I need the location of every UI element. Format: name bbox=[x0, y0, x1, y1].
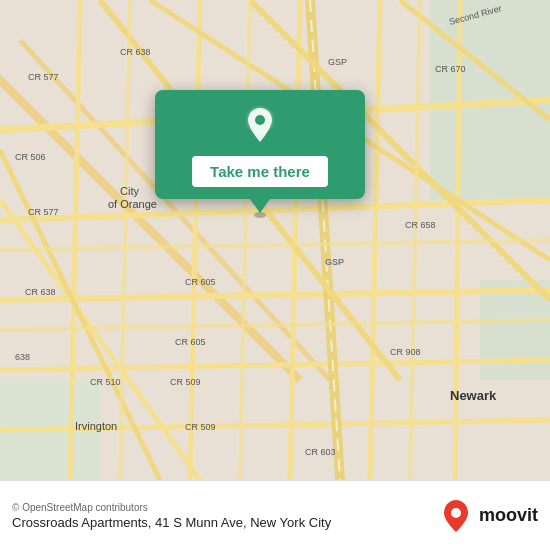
svg-text:CR 670: CR 670 bbox=[435, 64, 466, 74]
bottom-bar: © OpenStreetMap contributors Crossroads … bbox=[0, 480, 550, 550]
moovit-logo: moovit bbox=[438, 498, 538, 534]
copyright-text: © OpenStreetMap contributors bbox=[12, 502, 331, 513]
svg-text:CR 509: CR 509 bbox=[170, 377, 201, 387]
svg-text:CR 510: CR 510 bbox=[90, 377, 121, 387]
svg-text:CR 908: CR 908 bbox=[390, 347, 421, 357]
svg-point-54 bbox=[451, 508, 461, 518]
svg-text:CR 638: CR 638 bbox=[120, 47, 151, 57]
svg-text:GSP: GSP bbox=[328, 57, 347, 67]
moovit-brand-label: moovit bbox=[479, 505, 538, 526]
svg-text:638: 638 bbox=[15, 352, 30, 362]
bottom-left-info: © OpenStreetMap contributors Crossroads … bbox=[12, 502, 331, 530]
svg-text:CR 658: CR 658 bbox=[405, 220, 436, 230]
moovit-brand-icon bbox=[438, 498, 474, 534]
svg-text:of Orange: of Orange bbox=[108, 198, 157, 210]
svg-text:City: City bbox=[120, 185, 139, 197]
location-pin-icon bbox=[238, 104, 282, 148]
svg-text:CR 509: CR 509 bbox=[185, 422, 216, 432]
take-me-there-button[interactable]: Take me there bbox=[192, 156, 328, 187]
svg-text:Irvington: Irvington bbox=[75, 420, 117, 432]
svg-point-53 bbox=[255, 115, 265, 125]
svg-text:CR 605: CR 605 bbox=[175, 337, 206, 347]
svg-text:CR 605: CR 605 bbox=[185, 277, 216, 287]
svg-text:CR 603: CR 603 bbox=[305, 447, 336, 457]
address-text: Crossroads Apartments, 41 S Munn Ave, Ne… bbox=[12, 515, 331, 530]
svg-text:GSP: GSP bbox=[325, 257, 344, 267]
svg-text:CR 577: CR 577 bbox=[28, 72, 59, 82]
svg-text:CR 506: CR 506 bbox=[15, 152, 46, 162]
svg-rect-3 bbox=[480, 280, 550, 380]
map-svg: CR 577 CR 638 GSP CR 670 CR 506 CR 577 C… bbox=[0, 0, 550, 480]
map-container: CR 577 CR 638 GSP CR 670 CR 506 CR 577 C… bbox=[0, 0, 550, 480]
popup-card: Take me there bbox=[155, 90, 365, 199]
svg-text:Newark: Newark bbox=[450, 388, 497, 403]
svg-text:CR 577: CR 577 bbox=[28, 207, 59, 217]
svg-text:CR 638: CR 638 bbox=[25, 287, 56, 297]
